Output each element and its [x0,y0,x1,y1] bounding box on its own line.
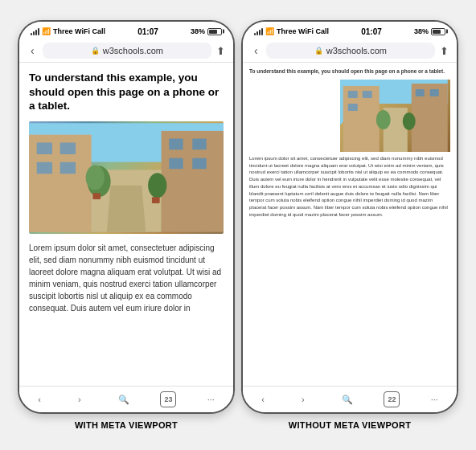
carrier-right: Three WiFi Call [277,27,329,35]
status-bar-right: 📶 Three WiFi Call 01:07 38% [243,22,457,39]
battery-pct-right: 38% [414,27,429,35]
battery-icon-left [207,28,222,35]
street-image-right [340,80,451,152]
phones-container: 📶 Three WiFi Call 01:07 38% ‹ 🔒 w3school… [10,4,466,446]
signal-icon-left [31,27,39,35]
back-btn-left[interactable]: ‹ [27,44,38,57]
phone-frame-right: 📶 Three WiFi Call 01:07 38% ‹ 🔒 w3school… [241,20,458,414]
svg-rect-4 [60,142,76,154]
forward-bottom-right[interactable]: › [295,393,311,406]
bottom-bar-right: ‹ › 🔍 22 ··· [243,386,457,412]
body-text-right: Lorem ipsum dolor sit amet, consectetuer… [249,155,450,218]
status-right-right: 38% [414,27,445,35]
svg-rect-11 [192,158,206,169]
battery-pct-left: 38% [191,27,205,35]
battery-icon-right [431,28,445,35]
lock-icon-right: 🔒 [314,47,323,55]
url-bar-right: ‹ 🔒 w3schools.com ⬆ [243,39,457,63]
svg-rect-9 [192,138,206,149]
back-btn-right[interactable]: ‹ [251,44,261,57]
wifi-icon-right: 📶 [265,27,274,35]
phone-with-viewport: 📶 Three WiFi Call 01:07 38% ‹ 🔒 w3school… [18,20,235,430]
back-bottom-left[interactable]: ‹ [31,393,47,406]
carrier-left: Three WiFi Call [53,27,105,35]
label-right: WITHOUT META VIEWPORT [289,420,411,430]
menu-bottom-left[interactable]: ··· [201,393,221,406]
label-left: WITH META VIEWPORT [75,420,178,430]
share-btn-right[interactable]: ⬆ [440,45,449,57]
url-bar-left: ‹ 🔒 w3schools.com ⬆ [19,39,233,63]
svg-rect-3 [37,142,52,154]
share-btn-left[interactable]: ⬆ [216,45,225,57]
time-left: 01:07 [137,27,158,36]
phone-without-viewport: 📶 Three WiFi Call 01:07 38% ‹ 🔒 w3school… [241,20,458,430]
tab-count-left[interactable]: 23 [160,391,176,407]
search-bottom-left[interactable]: 🔍 [112,393,136,407]
svg-rect-24 [362,91,371,98]
svg-rect-6 [60,162,76,174]
status-left-left: 📶 Three WiFi Call [31,27,105,35]
url-field-right[interactable]: 🔒 w3schools.com [266,43,435,59]
svg-point-16 [148,173,166,198]
lock-icon-left: 🔒 [91,47,100,55]
body-text-left: Lorem ipsum dolor sit amet, consectetuer… [29,242,224,314]
menu-bottom-right[interactable]: ··· [425,393,445,406]
time-right: 01:07 [361,27,382,36]
url-text-left: w3schools.com [103,46,163,55]
intro-text-right: To understand this example, you should o… [249,68,450,75]
bottom-bar-left: ‹ › 🔍 23 ··· [19,386,233,412]
svg-rect-10 [169,158,183,169]
url-text-right: w3schools.com [326,46,387,55]
svg-rect-26 [415,89,424,96]
back-bottom-right[interactable]: ‹ [255,393,271,406]
forward-bottom-left[interactable]: › [72,393,88,406]
svg-rect-25 [347,104,357,111]
tab-count-right[interactable]: 22 [384,391,400,407]
svg-rect-5 [37,162,52,174]
svg-point-29 [402,112,415,130]
svg-point-15 [86,165,105,190]
svg-point-28 [375,110,390,129]
svg-rect-17 [92,193,101,199]
search-bottom-right[interactable]: 🔍 [335,393,359,407]
svg-rect-18 [152,197,160,203]
svg-rect-23 [347,91,357,98]
status-left-right: 📶 Three WiFi Call [254,27,329,35]
status-right-left: 38% [191,27,222,35]
svg-marker-13 [107,185,146,231]
content-left: To understand this example, you should o… [19,63,233,386]
wifi-icon-left: 📶 [42,27,51,35]
url-field-left[interactable]: 🔒 w3schools.com [43,43,211,59]
svg-rect-27 [429,89,438,96]
street-image-left [29,121,224,234]
phone-frame-left: 📶 Three WiFi Call 01:07 38% ‹ 🔒 w3school… [18,20,235,414]
svg-rect-8 [169,138,183,149]
content-right: To understand this example, you should o… [243,63,457,386]
status-bar-left: 📶 Three WiFi Call 01:07 38% [19,22,233,39]
main-heading-left: To understand this example, you should o… [29,71,224,113]
signal-icon-right [254,27,263,35]
